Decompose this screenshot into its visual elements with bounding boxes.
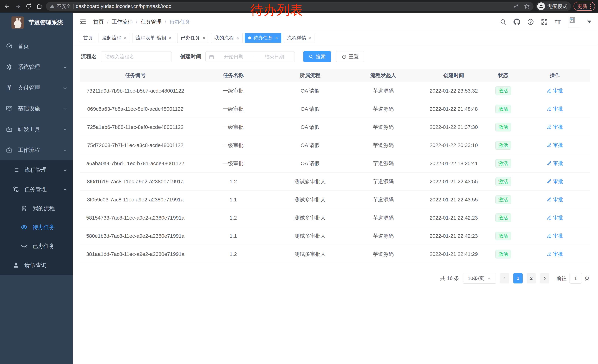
page-size-select[interactable]: 10条/页 [463,273,496,284]
date-range-input[interactable]: 开始日期 - 结束日期 [206,51,295,62]
sidebar-item-my-process[interactable]: 我的流程 [0,199,73,218]
sidebar-item-done-tasks[interactable]: 已办任务 [0,237,73,256]
url-text[interactable]: dashboard.yudao.iocoder.cn/bpm/task/todo [76,4,171,9]
chevron-down-icon [63,85,67,91]
help-icon[interactable] [527,18,534,25]
table-row: 580e1b3d-7ac8-11ec-a9e2-a2380e71991a 1.1… [80,227,590,245]
incognito-label: 无痕模式 [547,3,567,10]
github-icon[interactable] [514,18,520,25]
status-badge: 激活 [495,105,511,113]
process-name-input[interactable] [101,51,172,62]
browser-back-icon[interactable] [3,2,11,10]
sidebar-item-task-mgmt[interactable]: 任务管理 [0,180,73,199]
sidebar-item-infra[interactable]: 基础设施 [0,98,73,119]
task-id: 381aa1dd-7ac8-11ec-a9e2-a2380e71991a [80,251,191,257]
task-id: 58154733-7ac8-11ec-a9e2-a2380e71991a [80,215,191,221]
logo-avatar [11,16,24,29]
goto-label: 前往 [556,275,567,282]
task-starter: 芋道源码 [344,178,422,185]
table-row: 725a1eb6-7b88-11ec-8ef0-acde48001122 一级审… [80,118,590,136]
approve-link[interactable]: 审批 [547,142,563,148]
approve-link[interactable]: 审批 [547,178,563,185]
close-icon[interactable]: × [275,35,278,40]
task-name: 1.2 [191,215,276,221]
page-suffix-label: 页 [584,275,590,282]
goto-page-input[interactable] [569,273,582,284]
tab-process-detail[interactable]: 流程详情× [284,33,315,43]
task-starter: 芋道源码 [344,87,422,94]
sidebar-toggle-icon[interactable] [80,18,87,25]
page-button-2[interactable]: 2 [527,273,536,283]
close-icon[interactable]: × [124,35,126,40]
security-indicator[interactable]: 不安全 [50,3,71,10]
approve-link[interactable]: 审批 [547,160,563,167]
sidebar-item-todo-tasks[interactable]: 待办任务 [0,218,73,237]
task-starter: 芋道源码 [344,124,422,131]
sidebar-item-devtools[interactable]: 研发工具 [0,119,73,140]
sidebar-item-system[interactable]: 系统管理 [0,57,73,77]
browser-home-icon[interactable] [35,2,43,10]
approve-link[interactable]: 审批 [547,233,563,239]
breadcrumb-workflow[interactable]: 工作流程 [112,18,133,25]
approve-link[interactable]: 审批 [547,124,563,130]
tab-form-edit[interactable]: 流程表单-编辑× [132,33,175,43]
close-icon[interactable]: × [309,35,312,40]
star-icon[interactable] [524,3,530,9]
sidebar-item-leave-query[interactable]: 请假查询 [0,256,73,275]
close-icon[interactable]: × [236,35,239,40]
task-process: 测试多审批人 [276,196,344,203]
prev-page-button[interactable] [500,273,509,283]
col-starter: 流程发起人 [344,72,422,79]
approve-link[interactable]: 审批 [547,214,563,221]
app-logo[interactable]: 芋道管理系统 [0,13,73,32]
task-process: OA 请假 [276,160,344,167]
table-row: 58154733-7ac8-11ec-a9e2-a2380e71991a 1.2… [80,209,590,227]
table-body: 73211d9d-7b9b-11ec-b5b7-acde48001122 一级审… [80,82,590,263]
tab-start-process[interactable]: 发起流程× [99,33,130,43]
browser-forward-icon[interactable] [14,2,22,10]
dashboard-icon [6,43,13,50]
key-icon[interactable] [514,4,519,9]
sidebar-item-workflow[interactable]: 工作流程 [0,140,73,160]
table-row: 8f0d1619-7ac8-11ec-a9e2-a2380e71991a 1.2… [80,173,590,191]
approve-link[interactable]: 审批 [547,196,563,203]
breadcrumb-task-mgmt[interactable]: 任务管理 [141,18,162,25]
task-name: 一级审批 [191,160,276,167]
filter-bar: 流程名 创建时间 开始日期 - 结束日期 搜索 [73,51,598,62]
avatar[interactable] [568,16,580,28]
task-name: 一级审批 [191,124,276,131]
tab-my-process[interactable]: 我的流程× [211,33,242,43]
approve-link[interactable]: 审批 [547,251,563,257]
tab-todo-tasks[interactable]: 待办任务× [245,33,281,43]
tab-done-tasks[interactable]: 已办任务× [177,33,209,43]
search-icon[interactable] [500,18,507,25]
close-icon[interactable]: × [169,35,172,40]
process-name-label: 流程名 [81,53,97,60]
eye-closed-icon [20,243,28,249]
page-button-1[interactable]: 1 [513,273,523,283]
breadcrumb-home[interactable]: 首页 [93,18,104,25]
next-page-button[interactable] [540,273,549,283]
col-task-id: 任务编号 [80,72,191,79]
task-starter: 芋道源码 [344,233,422,240]
browser-menu-icon[interactable] [590,4,591,9]
fullscreen-icon[interactable] [541,18,548,25]
font-size-icon[interactable]: TT [555,18,561,25]
task-process: 测试多审批人 [276,251,344,258]
reset-button[interactable]: 重置 [336,51,364,62]
avatar-dropdown-icon[interactable] [587,21,591,23]
sidebar-item-process-mgmt[interactable]: 流程管理 [0,160,73,180]
approve-link[interactable]: 审批 [547,105,563,112]
table-row: 8f059c03-7ac8-11ec-a9e2-a2380e71991a 1.1… [80,191,590,209]
chevron-down-icon [63,126,67,132]
approve-link[interactable]: 审批 [547,87,563,94]
close-icon[interactable]: × [203,35,205,40]
browser-reload-icon[interactable] [25,2,33,10]
create-time-label: 创建时间 [180,53,201,60]
tab-home[interactable]: 首页 [80,33,96,43]
sidebar-item-payment[interactable]: ¥ 支付管理 [0,77,73,98]
update-button[interactable]: 更新 [573,2,595,11]
sidebar-item-home[interactable]: 首页 [0,36,73,57]
task-process: 测试多审批人 [276,214,344,221]
search-button[interactable]: 搜索 [303,51,331,62]
